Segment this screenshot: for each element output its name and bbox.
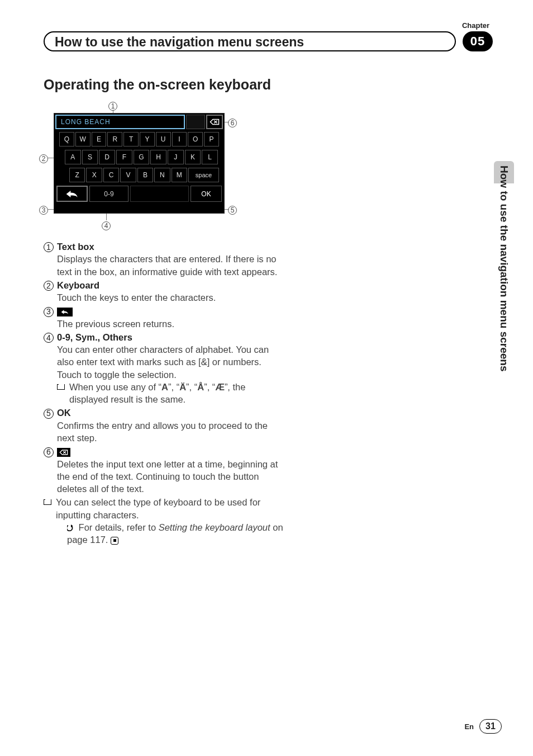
key-w[interactable]: W: [75, 132, 91, 147]
delete-icon-inline: [57, 448, 70, 457]
key-o[interactable]: O: [188, 132, 203, 147]
page-number: 31: [479, 719, 502, 734]
key-y[interactable]: Y: [140, 132, 155, 147]
key-e[interactable]: E: [92, 132, 107, 147]
key-v[interactable]: V: [120, 168, 136, 182]
def-6-desc: Deletes the input text one letter at a t…: [57, 458, 284, 495]
delete-icon: [210, 118, 220, 126]
def-5-title: OK: [57, 408, 71, 418]
key-m[interactable]: M: [172, 168, 187, 182]
delete-button[interactable]: [206, 115, 223, 129]
ok-button[interactable]: OK: [191, 186, 222, 202]
back-icon-inline: [57, 308, 73, 316]
tail-ref: For details, refer to Setting the keyboa…: [56, 521, 284, 546]
key-z[interactable]: Z: [69, 168, 85, 182]
keyboard-row-2: A S D F G H J K L: [54, 148, 224, 166]
def-5-num: 5: [44, 409, 54, 419]
keyboard-topbar: LONG BEACH: [54, 114, 224, 130]
tail-note: You can select the type of keyboard to b…: [44, 496, 284, 546]
back-button[interactable]: [56, 186, 88, 202]
def-6: 6 Deletes the input text one letter at a…: [44, 445, 284, 495]
callout-4: 4: [102, 221, 111, 230]
page-footer: En 31: [464, 719, 502, 734]
mode-toggle-button[interactable]: 0-9: [89, 186, 129, 202]
page-header: Chapter How to use the navigation menu s…: [44, 31, 491, 51]
def-1-title: Text box: [57, 242, 94, 252]
def-2-num: 2: [44, 281, 54, 291]
key-l[interactable]: L: [202, 150, 218, 164]
header-pill: How to use the navigation menu screens: [44, 31, 456, 51]
key-x[interactable]: X: [86, 168, 102, 182]
section-end-icon: [111, 537, 118, 545]
text-box[interactable]: LONG BEACH: [55, 115, 185, 129]
def-5: 5 OK Confirms the entry and allows you t…: [44, 407, 284, 444]
chapter-number-badge: 05: [463, 31, 493, 51]
reference-arrow-icon: [67, 521, 76, 533]
key-k[interactable]: K: [185, 150, 201, 164]
key-u[interactable]: U: [156, 132, 171, 147]
key-d[interactable]: D: [99, 150, 115, 164]
key-a[interactable]: A: [65, 150, 81, 164]
def-1-desc: Displays the characters that are entered…: [57, 253, 284, 278]
key-space[interactable]: space: [188, 168, 219, 182]
key-h[interactable]: H: [150, 150, 166, 164]
key-s[interactable]: S: [82, 150, 98, 164]
def-2-desc: Touch the keys to enter the characters.: [57, 291, 284, 304]
def-4-note: When you use any of “A”, “Ä”, “Å”, “Æ”, …: [57, 381, 284, 406]
header-title: How to use the navigation menu screens: [55, 35, 304, 49]
def-4: 4 0-9, Sym., Others You can enter other …: [44, 331, 284, 406]
key-c[interactable]: C: [103, 168, 119, 182]
key-q[interactable]: Q: [59, 132, 74, 147]
key-p[interactable]: P: [204, 132, 219, 147]
def-4-num: 4: [44, 333, 54, 343]
key-i[interactable]: I: [172, 132, 187, 147]
language-code: En: [464, 722, 474, 731]
key-r[interactable]: R: [107, 132, 122, 147]
def-4-note-text: When you use any of “A”, “Ä”, “Å”, “Æ”, …: [69, 381, 284, 406]
keyboard-row-3: Z X C V B N M space: [54, 166, 224, 184]
callout-4-tick: [106, 212, 107, 220]
chapter-label: Chapter: [462, 21, 489, 30]
def-3-num: 3: [44, 307, 54, 317]
note-box-icon: [57, 384, 65, 390]
def-2-title: Keyboard: [57, 280, 99, 290]
callout-2: 2: [39, 154, 48, 163]
def-3: 3 The previous screen returns.: [44, 305, 284, 330]
def-1: 1 Text box Displays the characters that …: [44, 240, 284, 278]
tail-line1: You can select the type of keyboard to b…: [56, 497, 260, 519]
side-tab-text: How to use the navigation menu screens: [494, 166, 514, 456]
key-t[interactable]: T: [123, 132, 139, 147]
key-n[interactable]: N: [154, 168, 170, 182]
key-b[interactable]: B: [137, 168, 153, 182]
side-tab: How to use the navigation menu screens: [494, 161, 514, 463]
keyboard-figure: 1 2 3 4 5 6 LONG BEACH Q W E R T: [41, 101, 246, 235]
callout-6: 6: [228, 119, 237, 127]
chapter-number: 05: [470, 34, 485, 49]
callout-3: 3: [39, 206, 48, 215]
key-g[interactable]: G: [134, 150, 150, 164]
note-box-icon: [44, 499, 51, 505]
def-4-desc1: You can enter other characters of alphab…: [57, 343, 284, 368]
section-heading: Operating the on-screen keyboard: [44, 76, 284, 93]
main-content: Operating the on-screen keyboard 1 2 3 4…: [44, 76, 284, 546]
keyboard-bottom-row: 0-9 OK: [54, 184, 224, 204]
keyboard-shell: LONG BEACH Q W E R T Y U I O P A S: [54, 113, 225, 214]
keyboard-row-1: Q W E R T Y U I O P: [54, 130, 224, 148]
text-box-value: LONG BEACH: [61, 118, 111, 126]
blank-button[interactable]: [130, 186, 189, 202]
def-4-desc2: Touch to toggle the selection.: [57, 368, 284, 381]
def-1-num: 1: [44, 242, 54, 252]
def-5-desc: Confirms the entry and allows you to pro…: [57, 419, 284, 445]
def-6-num: 6: [44, 447, 54, 457]
definitions-list: 1 Text box Displays the characters that …: [44, 240, 284, 546]
key-f[interactable]: F: [116, 150, 132, 164]
callout-5: 5: [228, 206, 237, 215]
def-4-title: 0-9, Sym., Others: [57, 332, 132, 342]
back-icon: [65, 189, 79, 199]
candidate-button[interactable]: [186, 115, 205, 129]
key-j[interactable]: J: [168, 150, 184, 164]
def-3-desc: The previous screen returns.: [57, 318, 284, 330]
def-2: 2 Keyboard Touch the keys to enter the c…: [44, 279, 284, 304]
